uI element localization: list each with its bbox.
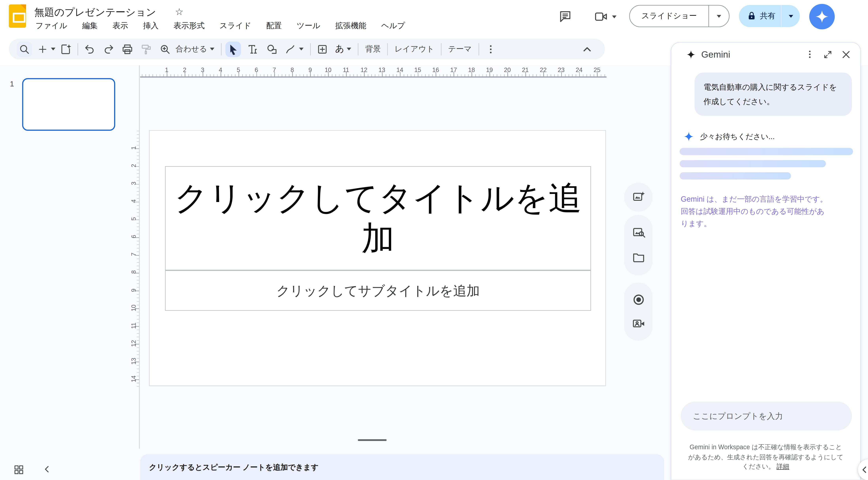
select-tool-icon[interactable] (225, 41, 241, 57)
learn-more-link[interactable]: 詳細 (776, 463, 789, 470)
gemini-button[interactable] (809, 4, 835, 29)
language-notice: Gemini は、まだ一部の言語を学習中です。回答は試験運用中のものである可能性… (681, 193, 832, 230)
google-slides-app: 無題のプレゼンテーション ☆ ファイル編集表示挿入表示形式スライド配置ツール拡張… (0, 0, 868, 480)
document-title[interactable]: 無題のプレゼンテーション (34, 5, 156, 19)
h-ruler-tick-label: 12 (361, 66, 367, 73)
slideshow-menu-button[interactable] (709, 14, 729, 18)
comment-icon[interactable] (558, 9, 572, 23)
slideshow-label: スライドショー (630, 11, 708, 21)
menu-item-arrange[interactable]: 配置 (266, 21, 282, 31)
speaker-notes-hint: クリックするとスピーカー ノートを追加できます (149, 462, 319, 472)
h-ruler-tick-label: 21 (522, 66, 529, 73)
h-ruler-tick-label: 10 (325, 66, 332, 73)
more-icon[interactable] (805, 49, 815, 59)
video-call-button[interactable] (594, 9, 617, 24)
menu-item-tools[interactable]: ツール (297, 21, 320, 31)
insert-placeholder-icon[interactable] (315, 41, 330, 57)
zoom-in-icon[interactable] (157, 41, 173, 57)
theme-button[interactable]: テーマ (445, 44, 474, 54)
image-search-icon[interactable] (632, 226, 645, 240)
collapse-toolbar-icon[interactable] (579, 41, 595, 57)
h-ruler-tick-label: 3 (201, 66, 204, 73)
speaker-notes-bar[interactable]: クリックするとスピーカー ノートを追加できます (140, 454, 664, 480)
print-icon[interactable] (120, 41, 135, 57)
v-ruler-tick-label: 14 (130, 375, 137, 383)
v-ruler-tick-label: 6 (130, 233, 137, 240)
h-ruler-tick-label: 7 (273, 66, 276, 73)
notes-resize-handle[interactable] (358, 439, 386, 441)
menu-item-help[interactable]: ヘルプ (381, 21, 405, 31)
folder-icon[interactable] (632, 251, 645, 264)
text-box-icon[interactable] (245, 41, 260, 57)
gemini-prompt-input[interactable]: ここにプロンプトを入力 (681, 402, 852, 430)
side-rail-insert (624, 215, 652, 275)
lock-icon (747, 11, 757, 21)
gemini-footer: Gemini in Workspace は不正確な情報を表示することがあるため、… (671, 443, 860, 472)
record-icon[interactable] (632, 293, 645, 306)
filmstrip-canvas-divider (139, 65, 140, 449)
search-menus-icon[interactable] (17, 41, 32, 57)
chevron-down-icon (347, 48, 351, 50)
menu-item-format[interactable]: 表示形式 (174, 21, 205, 31)
h-ruler-tick-label: 19 (486, 66, 493, 73)
side-rail-create-image (624, 183, 652, 212)
logo-fold (21, 4, 26, 10)
text-options-button[interactable]: あ (332, 43, 354, 55)
layout-button[interactable]: レイアウト (392, 44, 437, 54)
h-ruler-tick-label: 17 (450, 66, 457, 73)
close-icon[interactable] (841, 49, 851, 59)
toolbar-divider (78, 43, 78, 55)
shape-icon[interactable] (264, 41, 280, 57)
h-ruler-tick-label: 5 (237, 66, 240, 73)
background-button[interactable]: 背景 (362, 44, 383, 54)
h-ruler-tick-label: 2 (183, 66, 186, 73)
slide-canvas[interactable]: クリックしてタイトルを追加 クリックしてサブタイトルを追加 (149, 130, 606, 386)
chevron-left-icon[interactable] (42, 464, 52, 474)
line-tool-button[interactable] (281, 43, 306, 55)
star-icon[interactable]: ☆ (175, 6, 183, 18)
v-ruler-tick-label: 4 (130, 197, 137, 205)
slides-logo-icon[interactable] (9, 4, 26, 28)
menu-item-extensions[interactable]: 拡張機能 (335, 21, 366, 31)
more-icon[interactable] (483, 41, 498, 57)
gemini-header: Gemini (671, 42, 860, 66)
menu-item-view[interactable]: 表示 (113, 21, 128, 31)
camera-person-icon[interactable] (632, 317, 645, 330)
undo-icon[interactable] (82, 41, 98, 57)
slide-thumbnail[interactable] (22, 78, 115, 131)
logo-page (13, 13, 26, 23)
redo-icon[interactable] (101, 41, 116, 57)
menu-item-slide[interactable]: スライド (220, 21, 251, 31)
skeleton-bar (680, 148, 853, 155)
menu-item-insert[interactable]: 挿入 (143, 21, 159, 31)
h-ruler-tick-label: 20 (504, 66, 511, 73)
new-slide-button[interactable] (34, 43, 58, 55)
zoom-fit-button[interactable]: 合わせる (173, 44, 217, 54)
chevron-down-icon (788, 14, 793, 18)
expand-icon[interactable] (823, 50, 833, 59)
h-ruler-tick-label: 4 (219, 66, 222, 73)
share-menu-button[interactable] (782, 14, 800, 18)
h-ruler-tick-label: 1 (165, 66, 168, 73)
kana-icon: あ (335, 43, 344, 55)
grid-view-icon[interactable] (13, 464, 24, 475)
slide-from-template-icon[interactable] (58, 41, 74, 57)
toolbar-divider (478, 43, 479, 55)
h-ruler-tick-label: 13 (378, 66, 385, 73)
h-ruler-tick-label: 16 (432, 66, 439, 73)
gemini-status-text: 少々お待ちください... (700, 131, 775, 142)
slideshow-button[interactable]: スライドショー (629, 5, 730, 27)
menu-item-file[interactable]: ファイル (35, 21, 67, 31)
v-ruler-tick-label: 12 (130, 339, 137, 347)
share-button[interactable]: 共有 (739, 5, 800, 27)
h-ruler-tick-label: 24 (576, 66, 582, 73)
title-placeholder[interactable]: クリックしてタイトルを追加 (165, 166, 591, 270)
gemini-title: Gemini (701, 49, 730, 59)
v-ruler-tick-label: 5 (130, 215, 137, 223)
chevron-down-icon (299, 48, 303, 50)
create-image-icon[interactable] (632, 190, 645, 204)
v-ruler-tick-label: 11 (130, 322, 137, 329)
menu-item-edit[interactable]: 編集 (82, 21, 98, 31)
paint-format-icon[interactable] (138, 41, 154, 57)
subtitle-placeholder[interactable]: クリックしてサブタイトルを追加 (165, 270, 591, 311)
